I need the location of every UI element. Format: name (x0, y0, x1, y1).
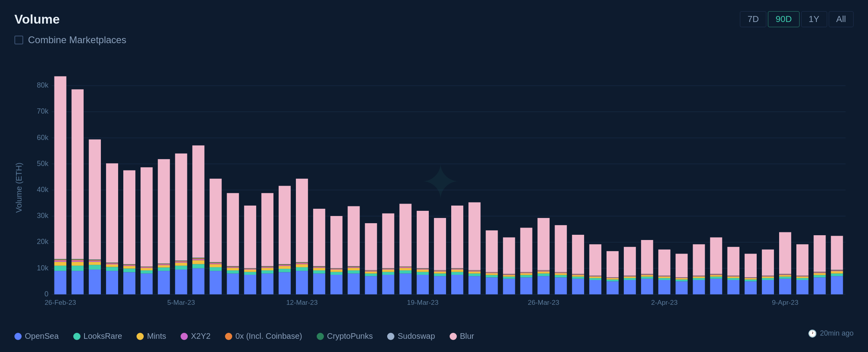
bar-segment-blur[interactable] (434, 218, 446, 270)
bar-segment-x2y2[interactable] (538, 271, 550, 271)
bar-segment-opensea[interactable] (451, 275, 463, 294)
bar-segment-blur[interactable] (261, 193, 273, 266)
bar-segment-x2y2[interactable] (192, 259, 204, 260)
bar-segment-opensea[interactable] (710, 279, 722, 294)
bar-segment-mints[interactable] (313, 268, 325, 270)
bar-segment-opensea[interactable] (158, 271, 170, 294)
btn-1y[interactable]: 1Y (801, 11, 827, 27)
bar-segment-sudoswap[interactable] (72, 259, 84, 259)
bar-segment-zerox[interactable] (658, 276, 670, 276)
bar-segment-x2y2[interactable] (244, 269, 256, 270)
bar-segment-opensea[interactable] (779, 279, 791, 294)
bar-segment-opensea[interactable] (745, 281, 757, 294)
bar-segment-opensea[interactable] (796, 280, 808, 294)
bar-segment-x2y2[interactable] (831, 270, 843, 271)
bar-segment-zerox[interactable] (779, 274, 791, 274)
bar-segment-zerox[interactable] (589, 276, 601, 276)
bar-segment-x2y2[interactable] (503, 274, 515, 275)
bar-segment-opensea[interactable] (348, 274, 360, 294)
bar-segment-looksrare[interactable] (330, 272, 342, 275)
bar-segment-x2y2[interactable] (814, 272, 826, 273)
bar-segment-zerox[interactable] (89, 260, 101, 261)
bar-segment-x2y2[interactable] (624, 276, 636, 276)
bar-segment-x2y2[interactable] (158, 264, 170, 265)
bar-segment-zerox[interactable] (675, 278, 687, 278)
bar-segment-looksrare[interactable] (365, 274, 377, 276)
bar-segment-x2y2[interactable] (641, 274, 653, 275)
bar-segment-cryptopunks[interactable] (175, 261, 187, 261)
bar-segment-zerox[interactable] (54, 260, 66, 260)
bar-segment-sudoswap[interactable] (106, 262, 118, 263)
bar-segment-zerox[interactable] (210, 263, 222, 263)
bar-segment-zerox[interactable] (831, 270, 843, 270)
bar-segment-zerox[interactable] (244, 268, 256, 269)
bar-segment-blur[interactable] (192, 146, 204, 258)
bar-segment-opensea[interactable] (365, 276, 377, 294)
bar-segment-zerox[interactable] (520, 272, 532, 273)
bar-segment-cryptopunks[interactable] (158, 264, 170, 264)
bar-segment-looksrare[interactable] (279, 269, 291, 272)
bar-segment-mints[interactable] (796, 276, 808, 278)
bar-segment-blur[interactable] (54, 76, 66, 259)
bar-segment-x2y2[interactable] (72, 260, 84, 262)
bar-segment-looksrare[interactable] (796, 278, 808, 280)
bar-segment-zerox[interactable] (503, 274, 515, 274)
bar-segment-zerox[interactable] (158, 264, 170, 264)
bar-segment-x2y2[interactable] (434, 271, 446, 271)
bar-segment-blur[interactable] (727, 247, 739, 276)
bar-segment-zerox[interactable] (572, 274, 584, 274)
bar-segment-blur[interactable] (279, 186, 291, 264)
bar-segment-zerox[interactable] (313, 266, 325, 267)
bar-segment-x2y2[interactable] (348, 267, 360, 268)
bar-segment-x2y2[interactable] (589, 276, 601, 276)
bar-segment-blur[interactable] (451, 206, 463, 268)
combine-checkbox[interactable] (14, 36, 23, 44)
bar-segment-mints[interactable] (330, 270, 342, 272)
bar-segment-zerox[interactable] (624, 276, 636, 276)
bar-segment-opensea[interactable] (814, 278, 826, 294)
bar-segment-opensea[interactable] (261, 274, 273, 294)
bar-segment-x2y2[interactable] (313, 267, 325, 268)
bar-segment-mints[interactable] (555, 273, 567, 275)
bar-segment-zerox[interactable] (814, 272, 826, 272)
bar-segment-looksrare[interactable] (123, 268, 135, 272)
bar-segment-looksrare[interactable] (607, 280, 619, 282)
bar-segment-x2y2[interactable] (572, 274, 584, 275)
bar-segment-opensea[interactable] (831, 276, 843, 294)
bar-segment-blur[interactable] (296, 179, 308, 262)
bar-segment-cryptopunks[interactable] (210, 262, 222, 263)
bar-segment-mints[interactable] (123, 266, 135, 269)
bar-segment-opensea[interactable] (693, 280, 705, 294)
bar-segment-zerox[interactable] (330, 268, 342, 269)
bar-segment-zerox[interactable] (796, 276, 808, 276)
bar-segment-mints[interactable] (675, 278, 687, 280)
bar-segment-looksrare[interactable] (244, 272, 256, 275)
bar-segment-x2y2[interactable] (693, 276, 705, 276)
bar-segment-opensea[interactable] (382, 275, 394, 294)
bar-segment-looksrare[interactable] (745, 280, 757, 282)
bar-segment-zerox[interactable] (227, 266, 239, 267)
bar-segment-blur[interactable] (538, 218, 550, 270)
bar-segment-zerox[interactable] (175, 261, 187, 262)
bar-segment-mints[interactable] (641, 275, 653, 276)
bar-segment-blur[interactable] (486, 230, 498, 272)
bar-segment-looksrare[interactable] (227, 270, 239, 274)
bar-segment-x2y2[interactable] (451, 269, 463, 270)
bar-segment-looksrare[interactable] (658, 278, 670, 280)
bar-segment-x2y2[interactable] (417, 269, 429, 270)
btn-90d[interactable]: 90D (768, 11, 799, 27)
bar-segment-x2y2[interactable] (779, 274, 791, 275)
bar-segment-looksrare[interactable] (555, 275, 567, 278)
bar-segment-looksrare[interactable] (261, 270, 273, 274)
bar-segment-blur[interactable] (175, 154, 187, 260)
bar-segment-blur[interactable] (365, 223, 377, 270)
bar-segment-mints[interactable] (210, 264, 222, 267)
bar-segment-cryptopunks[interactable] (313, 266, 325, 267)
bar-segment-blur[interactable] (589, 244, 601, 276)
bar-segment-sudoswap[interactable] (54, 259, 66, 259)
bar-segment-x2y2[interactable] (89, 261, 101, 262)
bar-segment-blur[interactable] (123, 170, 135, 264)
bar-segment-opensea[interactable] (486, 278, 498, 294)
bar-segment-opensea[interactable] (279, 272, 291, 294)
bar-segment-mints[interactable] (296, 264, 308, 267)
